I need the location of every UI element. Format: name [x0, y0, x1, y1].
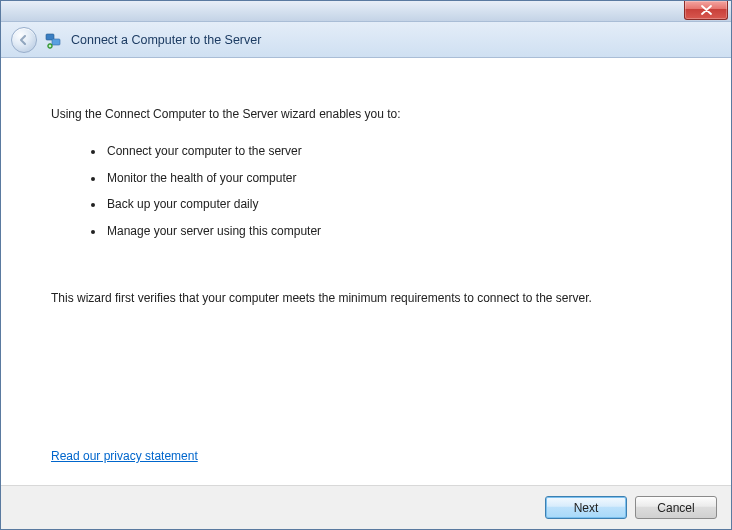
wizard-title: Connect a Computer to the Server [71, 33, 261, 47]
list-item: Manage your server using this computer [105, 223, 681, 240]
wizard-window: Connect a Computer to the Server Using t… [0, 0, 732, 530]
privacy-area: Read our privacy statement [51, 448, 198, 465]
feature-list: Connect your computer to the server Moni… [105, 143, 681, 240]
svg-rect-1 [52, 39, 60, 45]
list-item: Connect your computer to the server [105, 143, 681, 160]
back-arrow-icon [17, 33, 31, 47]
wizard-footer: Next Cancel [1, 485, 731, 529]
wizard-header: Connect a Computer to the Server [1, 22, 731, 58]
next-button[interactable]: Next [545, 496, 627, 519]
privacy-link[interactable]: Read our privacy statement [51, 449, 198, 463]
intro-text: Using the Connect Computer to the Server… [51, 106, 681, 123]
back-button[interactable] [11, 27, 37, 53]
list-item: Monitor the health of your computer [105, 170, 681, 187]
list-item: Back up your computer daily [105, 196, 681, 213]
close-icon [701, 5, 712, 15]
server-connection-icon [45, 31, 63, 49]
titlebar [1, 1, 731, 22]
wizard-content: Using the Connect Computer to the Server… [1, 58, 731, 485]
cancel-button[interactable]: Cancel [635, 496, 717, 519]
verify-text: This wizard first verifies that your com… [51, 290, 661, 307]
close-button[interactable] [684, 1, 728, 20]
